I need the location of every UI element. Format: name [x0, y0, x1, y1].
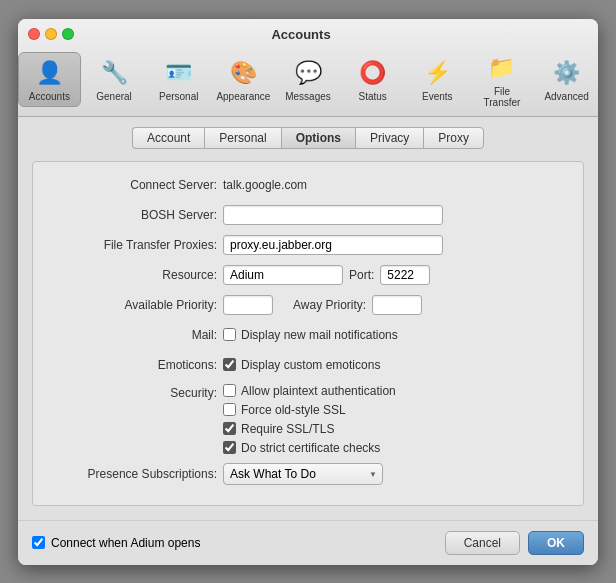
- connect-server-label: Connect Server:: [53, 178, 223, 192]
- security-option-3: Do strict certificate checks: [223, 441, 396, 455]
- toolbar-label-status: Status: [358, 91, 386, 102]
- toolbar-item-personal[interactable]: 🪪 Personal: [147, 53, 210, 106]
- available-priority-input[interactable]: [223, 295, 273, 315]
- security-row: Security: Allow plaintext authentication…: [53, 384, 563, 455]
- security-option-2: Require SSL/TLS: [223, 422, 396, 436]
- resource-label: Resource:: [53, 268, 223, 282]
- file-transfer-input[interactable]: [223, 235, 443, 255]
- bosh-server-row: BOSH Server:: [53, 204, 563, 226]
- traffic-lights: [28, 28, 74, 40]
- port-input[interactable]: [380, 265, 430, 285]
- tab-bar: Account Personal Options Privacy Proxy: [32, 127, 584, 149]
- security-option-0: Allow plaintext authentication: [223, 384, 396, 398]
- security-label-2: Require SSL/TLS: [241, 422, 334, 436]
- toolbar-label-events: Events: [422, 91, 453, 102]
- connect-server-row: Connect Server: talk.google.com: [53, 174, 563, 196]
- file-transfer-label: File Transfer Proxies:: [53, 238, 223, 252]
- bosh-server-input[interactable]: [223, 205, 443, 225]
- toolbar-label-advanced: Advanced: [544, 91, 588, 102]
- toolbar-item-advanced[interactable]: ⚙️ Advanced: [535, 53, 598, 106]
- port-label: Port:: [349, 268, 374, 282]
- personal-icon: 🪪: [163, 57, 195, 89]
- tab-account[interactable]: Account: [132, 127, 204, 149]
- file-transfer-icon: 📁: [486, 52, 518, 84]
- mail-checkbox-item: Display new mail notifications: [223, 328, 398, 342]
- away-priority-input[interactable]: [372, 295, 422, 315]
- toolbar-item-general[interactable]: 🔧 General: [83, 53, 146, 106]
- events-icon: ⚡: [421, 57, 453, 89]
- titlebar-top: Accounts: [18, 27, 598, 48]
- main-window: Accounts 👤 Accounts 🔧 General 🪪 Personal…: [18, 19, 598, 565]
- emoticons-checkbox-label: Display custom emoticons: [241, 358, 380, 372]
- tab-privacy[interactable]: Privacy: [355, 127, 423, 149]
- accounts-icon: 👤: [33, 57, 65, 89]
- options-form: Connect Server: talk.google.com BOSH Ser…: [32, 161, 584, 506]
- toolbar-label-general: General: [96, 91, 132, 102]
- mail-label: Mail:: [53, 328, 223, 342]
- toolbar-item-status[interactable]: ⭕ Status: [341, 53, 404, 106]
- bosh-server-label: BOSH Server:: [53, 208, 223, 222]
- footer: Connect when Adium opens Cancel OK: [18, 520, 598, 565]
- toolbar-label-appearance: Appearance: [216, 91, 270, 102]
- emoticons-checkbox[interactable]: [223, 358, 236, 371]
- emoticons-label: Emoticons:: [53, 358, 223, 372]
- cancel-button[interactable]: Cancel: [445, 531, 520, 555]
- toolbar-item-accounts[interactable]: 👤 Accounts: [18, 52, 81, 107]
- security-label-3: Do strict certificate checks: [241, 441, 380, 455]
- resource-input[interactable]: [223, 265, 343, 285]
- tab-proxy[interactable]: Proxy: [423, 127, 484, 149]
- toolbar-item-messages[interactable]: 💬 Messages: [277, 53, 340, 106]
- connect-on-open-label: Connect when Adium opens: [51, 536, 200, 550]
- toolbar-label-personal: Personal: [159, 91, 198, 102]
- messages-icon: 💬: [292, 57, 324, 89]
- general-icon: 🔧: [98, 57, 130, 89]
- tab-options[interactable]: Options: [281, 127, 355, 149]
- away-priority-label: Away Priority:: [293, 298, 366, 312]
- toolbar-item-file-transfer[interactable]: 📁 File Transfer: [471, 48, 534, 112]
- presence-select[interactable]: Ask What To Do Always Accept Always Reje…: [223, 463, 383, 485]
- emoticons-row: Emoticons: Display custom emoticons: [53, 354, 563, 376]
- toolbar-label-file-transfer: File Transfer: [475, 86, 530, 108]
- security-checkbox-1[interactable]: [223, 403, 236, 416]
- security-option-1: Force old-style SSL: [223, 403, 396, 417]
- minimize-button[interactable]: [45, 28, 57, 40]
- security-label: Security:: [53, 384, 223, 400]
- presence-select-wrapper: Ask What To Do Always Accept Always Reje…: [223, 463, 383, 485]
- resource-row: Resource: Port:: [53, 264, 563, 286]
- mail-checkbox[interactable]: [223, 328, 236, 341]
- advanced-icon: ⚙️: [551, 57, 583, 89]
- security-checkbox-0[interactable]: [223, 384, 236, 397]
- security-options: Allow plaintext authentication Force old…: [223, 384, 396, 455]
- presence-row: Presence Subscriptions: Ask What To Do A…: [53, 463, 563, 485]
- toolbar-item-events[interactable]: ⚡ Events: [406, 53, 469, 106]
- priority-row: Available Priority: Away Priority:: [53, 294, 563, 316]
- footer-left: Connect when Adium opens: [32, 536, 445, 550]
- toolbar: 👤 Accounts 🔧 General 🪪 Personal 🎨 Appear…: [18, 48, 598, 116]
- appearance-icon: 🎨: [227, 57, 259, 89]
- mail-row: Mail: Display new mail notifications: [53, 324, 563, 346]
- presence-label: Presence Subscriptions:: [53, 467, 223, 481]
- emoticons-checkbox-item: Display custom emoticons: [223, 358, 380, 372]
- toolbar-label-accounts: Accounts: [29, 91, 70, 102]
- close-button[interactable]: [28, 28, 40, 40]
- content-area: Account Personal Options Privacy Proxy C…: [18, 117, 598, 520]
- titlebar: Accounts 👤 Accounts 🔧 General 🪪 Personal…: [18, 19, 598, 117]
- mail-checkbox-label: Display new mail notifications: [241, 328, 398, 342]
- available-priority-label: Available Priority:: [53, 298, 223, 312]
- connect-on-open-checkbox[interactable]: [32, 536, 45, 549]
- footer-buttons: Cancel OK: [445, 531, 584, 555]
- ok-button[interactable]: OK: [528, 531, 584, 555]
- toolbar-label-messages: Messages: [285, 91, 331, 102]
- security-checkbox-3[interactable]: [223, 441, 236, 454]
- security-label-0: Allow plaintext authentication: [241, 384, 396, 398]
- connect-server-value: talk.google.com: [223, 178, 307, 192]
- security-checkbox-2[interactable]: [223, 422, 236, 435]
- maximize-button[interactable]: [62, 28, 74, 40]
- toolbar-item-appearance[interactable]: 🎨 Appearance: [212, 53, 275, 106]
- tab-personal[interactable]: Personal: [204, 127, 280, 149]
- window-title: Accounts: [74, 27, 528, 42]
- file-transfer-proxies-row: File Transfer Proxies:: [53, 234, 563, 256]
- security-label-1: Force old-style SSL: [241, 403, 346, 417]
- status-icon: ⭕: [357, 57, 389, 89]
